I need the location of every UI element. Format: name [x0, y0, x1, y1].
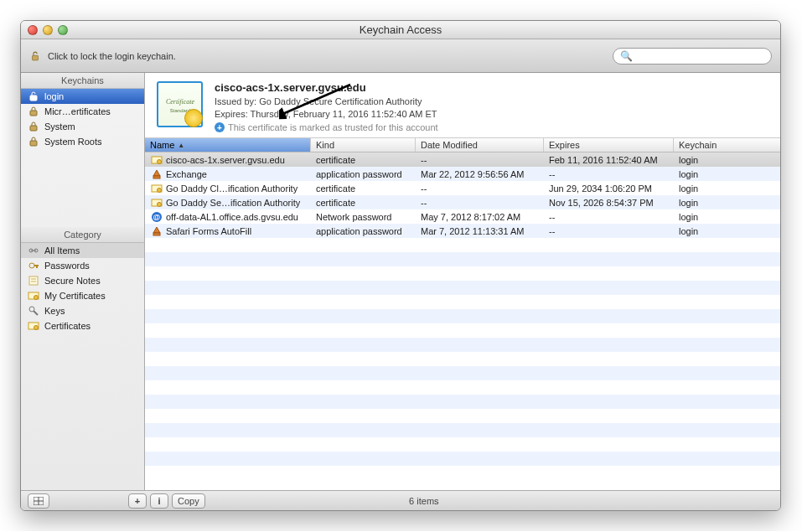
sidebar-item-label: System Roots	[44, 137, 101, 147]
table-row[interactable]: Go Daddy Se…ification Authoritycertifica…	[145, 195, 780, 209]
certificate-row-icon	[150, 153, 163, 166]
svg-point-8	[29, 263, 34, 268]
detail-issued-by: Issued by: Go Daddy Secure Certification…	[215, 96, 438, 108]
application-icon	[150, 168, 163, 180]
svg-point-19	[34, 326, 39, 330]
add-item-button[interactable]: +	[128, 493, 147, 509]
lock-keychain-control[interactable]: Click to lock the login keychain.	[29, 50, 176, 62]
svg-rect-4	[30, 141, 37, 146]
table-row	[145, 380, 780, 395]
show-items-button[interactable]	[28, 493, 49, 509]
sidebar-keychain-item[interactable]: Micr…ertificates	[21, 104, 144, 119]
search-icon: 🔍	[620, 50, 633, 62]
sidebar-category-item[interactable]: Certificates	[21, 318, 144, 333]
column-header-name[interactable]: Name	[145, 138, 311, 152]
column-header-expires[interactable]: Expires	[544, 138, 674, 152]
keychain-access-window: Keychain Access Click to lock the login …	[20, 20, 781, 511]
cell-kind: certificate	[311, 152, 416, 167]
sidebar-item-label: All Items	[44, 245, 80, 256]
svg-rect-11	[29, 276, 38, 285]
locked-padlock-icon	[28, 136, 39, 147]
cell-expires: Jun 29, 2034 1:06:20 PM	[544, 181, 674, 195]
category-header: Category	[21, 227, 144, 243]
toolbar: Click to lock the login keychain. 🔍	[21, 39, 780, 73]
passwords-icon	[28, 260, 39, 271]
sidebar-category-item[interactable]: My Certificates	[21, 288, 144, 303]
table-header[interactable]: Name Kind Date Modified Expires Keychain	[145, 138, 780, 152]
at-icon: @	[150, 210, 163, 223]
table-row	[145, 323, 780, 338]
table-row	[145, 295, 780, 309]
table-row	[145, 395, 780, 409]
my-certificates-icon	[28, 290, 39, 302]
search-field[interactable]: 🔍	[613, 48, 772, 65]
sidebar-keychain-item[interactable]: System Roots	[21, 134, 144, 149]
table-row	[145, 238, 780, 252]
table-row	[145, 338, 780, 352]
table-row	[145, 409, 780, 423]
sidebar-keychain-item[interactable]: System	[21, 119, 144, 134]
table-row[interactable]: Go Daddy Cl…ification Authoritycertifica…	[145, 181, 780, 195]
svg-point-29	[157, 202, 161, 206]
copy-button[interactable]: Copy	[172, 493, 205, 509]
table-row[interactable]: Exchangeapplication passwordMar 22, 2012…	[145, 167, 780, 181]
cell-date-modified: --	[416, 181, 544, 195]
svg-point-24	[157, 159, 161, 163]
table-row	[145, 352, 780, 366]
cell-kind: certificate	[311, 195, 416, 209]
sidebar-category-item[interactable]: All Items	[21, 243, 144, 258]
all-items-icon	[28, 245, 39, 256]
cell-name: off-data-AL1.office.ads.gvsu.edu	[166, 212, 298, 222]
window-title: Keychain Access	[21, 23, 780, 36]
cell-keychain: login	[674, 195, 780, 209]
table-row	[145, 366, 780, 380]
cell-keychain: login	[674, 167, 780, 181]
item-count-label: 6 items	[209, 496, 639, 506]
cell-date-modified: Mar 22, 2012 9:56:56 AM	[416, 167, 544, 181]
svg-rect-3	[30, 126, 37, 131]
column-header-keychain[interactable]: Keychain	[674, 138, 780, 152]
cell-name: Exchange	[166, 169, 207, 179]
info-button[interactable]: i	[150, 493, 168, 509]
sidebar-category-item[interactable]: Secure Notes	[21, 273, 144, 288]
cell-name: cisco-acs-1x.server.gvsu.edu	[166, 155, 285, 165]
locked-padlock-icon	[28, 106, 39, 117]
cell-keychain: login	[674, 209, 780, 224]
sidebar-item-label: My Certificates	[44, 291, 106, 301]
certificate-icon: CertificateStandard	[157, 81, 203, 127]
sidebar-category-item[interactable]: Keys	[21, 303, 144, 318]
sidebar-item-label: Passwords	[44, 261, 90, 271]
table-row[interactable]: @off-data-AL1.office.ads.gvsu.eduNetwork…	[145, 209, 780, 224]
svg-text:@: @	[153, 213, 160, 221]
certificate-row-icon	[150, 182, 163, 194]
titlebar[interactable]: Keychain Access	[21, 21, 780, 39]
search-input[interactable]	[633, 51, 764, 61]
cell-name: Safari Forms AutoFill	[166, 226, 251, 236]
detail-trust-status: This certificate is marked as trusted fo…	[228, 122, 438, 132]
cell-keychain: login	[674, 152, 780, 167]
table-row[interactable]: cisco-acs-1x.server.gvsu.educertificate-…	[145, 152, 780, 167]
sidebar-item-label: login	[44, 91, 64, 101]
keys-icon	[28, 305, 39, 317]
table-row[interactable]: Safari Forms AutoFillapplication passwor…	[145, 224, 780, 238]
svg-line-17	[34, 311, 38, 315]
sidebar-keychain-item[interactable]: login	[21, 89, 144, 104]
lock-keychain-label: Click to lock the login keychain.	[48, 51, 176, 61]
sidebar-item-label: Micr…ertificates	[44, 106, 111, 116]
column-header-kind[interactable]: Kind	[311, 138, 416, 152]
table-row	[145, 281, 780, 295]
sidebar-item-label: Certificates	[44, 321, 91, 331]
application-icon	[150, 225, 163, 237]
svg-rect-0	[33, 55, 39, 60]
sidebar: Keychains loginMicr…ertificatesSystemSys…	[21, 73, 145, 490]
sidebar-item-label: Keys	[44, 306, 65, 316]
sidebar-category-item[interactable]: Passwords	[21, 258, 144, 273]
table-row	[145, 309, 780, 323]
cell-kind: Network password	[311, 209, 416, 224]
column-header-date-modified[interactable]: Date Modified	[416, 138, 544, 152]
status-bar: + i Copy 6 items	[21, 490, 780, 510]
items-table: Name Kind Date Modified Expires Keychain…	[145, 138, 780, 490]
cell-expires: Nov 15, 2026 8:54:37 PM	[544, 195, 674, 209]
cell-expires: Feb 11, 2016 11:52:40 AM	[544, 152, 674, 167]
svg-point-27	[157, 188, 161, 192]
